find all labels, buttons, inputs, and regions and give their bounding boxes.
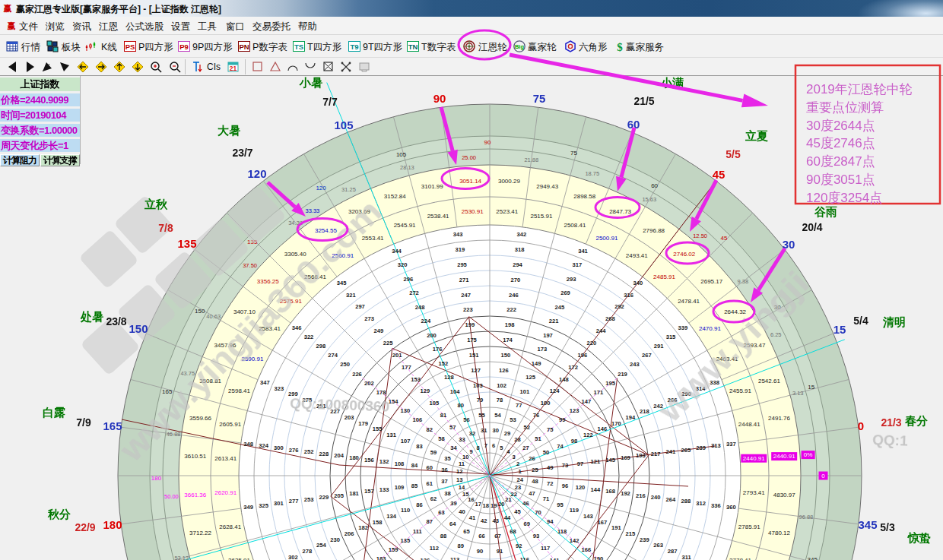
svg-text:152: 152	[438, 360, 448, 367]
svg-text:219: 219	[618, 371, 627, 378]
svg-text:71: 71	[543, 495, 550, 502]
svg-text:75: 75	[547, 426, 554, 433]
svg-text:360: 360	[726, 504, 736, 511]
svg-text:清明: 清明	[882, 315, 906, 328]
svg-text:2493.41: 2493.41	[626, 252, 648, 259]
svg-text:65: 65	[463, 528, 470, 535]
svg-text:15.63: 15.63	[642, 196, 656, 203]
svg-text:2598.41: 2598.41	[228, 388, 250, 394]
svg-text:265: 265	[681, 447, 691, 454]
svg-text:2949.43: 2949.43	[536, 183, 558, 190]
svg-text:32: 32	[469, 430, 475, 437]
svg-text:10: 10	[462, 454, 468, 460]
svg-text:86: 86	[416, 501, 422, 508]
svg-text:204: 204	[334, 452, 344, 459]
svg-text:268: 268	[605, 315, 615, 322]
svg-text:174: 174	[503, 337, 513, 343]
svg-text:93: 93	[533, 533, 539, 539]
svg-text:74: 74	[557, 443, 564, 450]
svg-text:44: 44	[504, 514, 511, 521]
svg-text:99: 99	[559, 416, 565, 423]
svg-text:2448.41: 2448.41	[738, 421, 760, 428]
svg-text:108: 108	[395, 460, 405, 467]
svg-text:342: 342	[516, 231, 526, 238]
svg-text:320: 320	[398, 261, 408, 268]
svg-text:57: 57	[449, 424, 456, 431]
svg-text:348: 348	[243, 441, 253, 448]
svg-text:133: 133	[379, 486, 389, 493]
svg-text:144: 144	[590, 486, 600, 493]
svg-text:105: 105	[396, 151, 407, 158]
svg-text:247: 247	[461, 292, 471, 299]
svg-text:222: 222	[506, 306, 516, 313]
svg-text:167: 167	[597, 519, 607, 526]
svg-text:3.13: 3.13	[792, 390, 804, 397]
svg-text:151: 151	[469, 352, 479, 359]
svg-text:157: 157	[364, 488, 374, 495]
svg-text:131: 131	[386, 432, 396, 438]
svg-text:30度2644点: 30度2644点	[806, 119, 875, 133]
svg-text:150: 150	[195, 308, 205, 315]
svg-text:2605.91: 2605.91	[219, 421, 241, 428]
svg-text:24: 24	[516, 476, 523, 483]
svg-text:3559.66: 3559.66	[189, 415, 211, 422]
svg-text:301: 301	[274, 500, 284, 507]
svg-text:83: 83	[416, 443, 422, 450]
svg-text:30: 30	[493, 427, 499, 434]
svg-text:205: 205	[334, 492, 344, 499]
svg-text:立秋: 立秋	[144, 198, 168, 210]
svg-text:38: 38	[444, 490, 450, 497]
svg-text:323: 323	[274, 385, 284, 392]
svg-text:103: 103	[473, 382, 483, 389]
svg-text:79: 79	[477, 397, 483, 403]
svg-text:165: 165	[103, 419, 122, 432]
svg-text:37: 37	[441, 478, 447, 485]
svg-text:149: 149	[532, 360, 541, 367]
svg-text:269: 269	[560, 289, 570, 296]
svg-text:277: 277	[289, 498, 299, 505]
svg-text:2: 2	[516, 460, 519, 467]
svg-text:272: 272	[409, 289, 419, 296]
svg-text:170: 170	[611, 420, 621, 427]
svg-text:2470.91: 2470.91	[699, 325, 721, 332]
svg-text:150: 150	[501, 352, 511, 359]
svg-text:61: 61	[426, 480, 433, 487]
svg-text:78: 78	[497, 397, 503, 403]
svg-text:2620.91: 2620.91	[214, 489, 237, 496]
svg-text:276: 276	[289, 447, 299, 454]
svg-text:2695.17: 2695.17	[700, 278, 722, 285]
svg-text:7/7: 7/7	[322, 96, 338, 108]
svg-text:51: 51	[535, 435, 541, 442]
svg-text:27: 27	[522, 445, 529, 451]
svg-text:36: 36	[441, 467, 447, 473]
svg-text:180: 180	[349, 454, 359, 461]
svg-text:23/7: 23/7	[232, 147, 252, 159]
svg-text:169: 169	[621, 454, 630, 461]
svg-text:97: 97	[577, 460, 583, 467]
svg-text:119: 119	[570, 507, 579, 514]
svg-text:159: 159	[389, 546, 398, 553]
svg-text:2491.76: 2491.76	[768, 415, 790, 422]
svg-text:91: 91	[497, 548, 503, 555]
svg-text:296: 296	[403, 276, 413, 283]
svg-text:77: 77	[516, 402, 522, 409]
svg-text:2793.41: 2793.41	[743, 489, 765, 496]
svg-text:16: 16	[468, 496, 474, 503]
svg-text:318: 318	[515, 246, 525, 253]
svg-text:322: 322	[304, 334, 314, 340]
svg-text:73: 73	[562, 462, 568, 469]
svg-text:294: 294	[513, 261, 522, 268]
svg-text:136: 136	[420, 557, 430, 560]
svg-text:264: 264	[666, 496, 676, 503]
svg-text:5/5: 5/5	[726, 148, 741, 160]
svg-text:35: 35	[444, 455, 451, 462]
svg-text:7: 7	[484, 442, 487, 449]
svg-text:166: 166	[582, 546, 592, 553]
svg-text:176: 176	[433, 346, 443, 353]
svg-text:40: 40	[459, 508, 465, 515]
svg-text:80: 80	[457, 402, 463, 409]
svg-text:2746.02: 2746.02	[673, 251, 695, 258]
svg-text:26: 26	[529, 455, 535, 462]
svg-text:53.13: 53.13	[174, 555, 189, 560]
svg-text:75: 75	[533, 92, 546, 105]
